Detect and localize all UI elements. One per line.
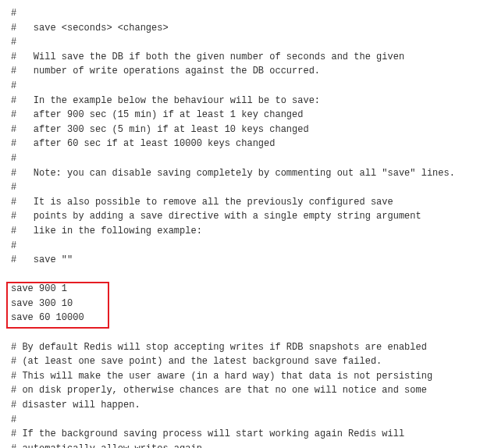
config-line: # (at least one save point) and the late… <box>11 354 469 369</box>
config-line: # <box>11 151 469 166</box>
config-block-rest: # By default Redis will stop accepting w… <box>11 325 469 448</box>
config-block-intro: ## save <seconds> <changes>## Will save … <box>11 6 469 282</box>
config-line: # automatically allow writes again. <box>11 442 469 448</box>
config-line: # It is also possible to remove all the … <box>11 195 469 210</box>
config-line: # <box>11 413 469 428</box>
save-directive-line: save 900 1 <box>11 282 84 297</box>
config-line: # <box>11 239 469 254</box>
config-line: # <box>11 35 469 50</box>
config-line: # after 300 sec (5 min) if at least 10 k… <box>11 123 469 137</box>
config-line: # If the background saving process will … <box>11 427 469 442</box>
config-line: # <box>11 79 469 94</box>
config-line: # number of write operations against the… <box>11 64 469 79</box>
config-line: # points by adding a save directive with… <box>11 209 469 224</box>
config-line <box>11 268 469 283</box>
highlighted-save-directives: save 900 1save 300 10save 60 10000 <box>11 282 84 325</box>
config-line: # save <seconds> <changes> <box>11 21 469 36</box>
config-line: # <box>11 180 469 195</box>
config-line: # disaster will happen. <box>11 398 469 413</box>
config-line: # save "" <box>11 253 469 268</box>
config-line: # This will make the user aware (in a ha… <box>11 369 469 384</box>
config-line: # after 60 sec if at least 10000 keys ch… <box>11 137 469 151</box>
config-line: # like in the following example: <box>11 224 469 239</box>
config-line: # on disk properly, otherwise chances ar… <box>11 383 469 398</box>
config-line: # <box>11 6 469 21</box>
config-line: # By default Redis will stop accepting w… <box>11 340 469 355</box>
config-line: # after 900 sec (15 min) if at least 1 k… <box>11 108 469 123</box>
config-line: # Note: you can disable saving completel… <box>11 166 469 181</box>
config-line: # In the example below the behaviour wil… <box>11 94 469 108</box>
config-line: # Will save the DB if both the given num… <box>11 50 469 65</box>
save-directive-line: save 300 10 <box>11 297 84 311</box>
config-line <box>11 325 469 340</box>
save-directive-line: save 60 10000 <box>11 311 84 325</box>
